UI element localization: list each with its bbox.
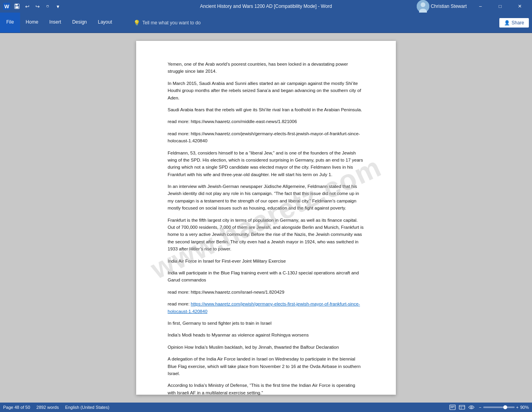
svg-text:W: W xyxy=(4,4,9,9)
document-area: www.haaretz.com Yemen, one of the Arab w… xyxy=(0,33,532,403)
page-indicator[interactable]: Page 48 of 50 xyxy=(3,405,30,410)
paragraph-9: India Air Force in Israel for First-ever… xyxy=(168,258,364,265)
paragraph-10: India will participate in the Blue Flag … xyxy=(168,269,364,284)
paragraph-13: In first, Germany to send fighter jets t… xyxy=(168,320,364,327)
document-title: Ancient History and Wars 1200 AD [Compat… xyxy=(200,4,332,9)
zoom-minus-button[interactable]: − xyxy=(479,405,481,410)
ribbon: File Home Insert Design Layout 💡 Tell me… xyxy=(0,13,532,33)
more-qat-button[interactable]: ▾ xyxy=(54,2,62,11)
word-icon: W xyxy=(3,3,10,10)
view-buttons xyxy=(448,404,476,411)
svg-rect-4 xyxy=(15,6,18,8)
tab-layout[interactable]: Layout xyxy=(92,13,118,33)
ribbon-right: 👤 Share xyxy=(499,13,532,33)
paragraph-12: read more: https://www.haaretz.com/jewis… xyxy=(168,300,364,315)
share-icon: 👤 xyxy=(504,20,510,26)
language-indicator[interactable]: English (United States) xyxy=(65,405,109,410)
paragraph-5: read more: https://www.haaretz.com/jewis… xyxy=(168,130,364,145)
paragraph-14: India’s Modi heads to Myanmar as violenc… xyxy=(168,331,364,338)
paragraph-17: According to India’s Ministry of Defense… xyxy=(168,382,364,396)
svg-point-8 xyxy=(421,2,425,7)
share-button[interactable]: 👤 Share xyxy=(499,18,529,28)
close-button[interactable]: ✕ xyxy=(511,0,529,13)
paragraph-8: Frankfurt is the fifth largest city in t… xyxy=(168,217,364,253)
svg-point-17 xyxy=(471,406,472,408)
zoom-slider[interactable] xyxy=(483,406,515,408)
paragraph-6: Feldmann, 53, considers himself to be a … xyxy=(168,149,364,178)
status-right: − + 90% xyxy=(448,404,529,411)
zoom-percent-label[interactable]: 90% xyxy=(520,405,529,410)
document-page: www.haaretz.com Yemen, one of the Arab w… xyxy=(136,41,396,395)
zoom-control: − + 90% xyxy=(479,405,529,410)
paragraph-2: In March 2015, Saudi Arabia and Sunni al… xyxy=(168,80,364,101)
web-layout-button[interactable] xyxy=(458,404,466,411)
customize-qat-button[interactable] xyxy=(43,2,52,11)
link-frankfurt[interactable]: https://www.haaretz.com/jewish/germany-e… xyxy=(168,302,360,313)
svg-rect-3 xyxy=(15,4,18,6)
zoom-plus-button[interactable]: + xyxy=(516,405,519,410)
user-name-label: Christian Stewart xyxy=(431,4,467,9)
undo-qat-button[interactable]: ↩ xyxy=(23,2,31,11)
user-avatar[interactable] xyxy=(417,0,429,13)
paragraph-3: Saudi Arabia fears that the rebels will … xyxy=(168,106,364,113)
print-layout-button[interactable] xyxy=(448,404,457,411)
read-mode-button[interactable] xyxy=(467,404,476,411)
title-bar-left: W ↩ ↪ ▾ xyxy=(3,2,62,11)
zoom-thumb xyxy=(503,405,507,409)
redo-qat-button[interactable]: ↪ xyxy=(33,2,42,11)
status-bar: Page 48 of 50 2892 words English (United… xyxy=(0,403,532,412)
paragraph-4: read more: https://www.haaretz.com/middl… xyxy=(168,118,364,125)
paragraph-11: read more: https://www.haaretz.com/israe… xyxy=(168,289,364,296)
minimize-button[interactable]: – xyxy=(471,0,490,13)
ribbon-search[interactable]: 💡 Tell me what you want to do xyxy=(133,13,201,33)
quick-access-toolbar: ↩ ↪ ▾ xyxy=(13,2,62,11)
word-count-indicator[interactable]: 2892 words xyxy=(37,405,59,410)
tab-insert[interactable]: Insert xyxy=(44,13,66,33)
save-qat-button[interactable] xyxy=(13,2,21,11)
paragraph-7: In an interview with Jewish-German newsp… xyxy=(168,183,364,212)
page-content: Yemen, one of the Arab world’s poorest c… xyxy=(168,61,364,396)
paragraph-1: Yemen, one of the Arab world’s poorest c… xyxy=(168,61,364,75)
svg-rect-14 xyxy=(459,405,465,409)
tab-file[interactable]: File xyxy=(0,13,20,33)
tab-home[interactable]: Home xyxy=(20,13,44,33)
restore-button[interactable]: □ xyxy=(491,0,509,13)
paragraph-16: A delegation of the India Air Force land… xyxy=(168,355,364,377)
title-bar: W ↩ ↪ ▾ Ancient History and Wars 1200 AD… xyxy=(0,0,532,13)
lightbulb-icon: 💡 xyxy=(133,20,140,26)
ribbon-tabs: File Home Insert Design Layout xyxy=(0,13,118,33)
svg-rect-10 xyxy=(450,405,455,410)
title-bar-right: Christian Stewart – □ ✕ xyxy=(417,0,529,13)
paragraph-15: Opinion How India’s Muslim backlash, led… xyxy=(168,344,364,351)
status-left: Page 48 of 50 2892 words English (United… xyxy=(3,405,109,410)
tab-design[interactable]: Design xyxy=(66,13,92,33)
